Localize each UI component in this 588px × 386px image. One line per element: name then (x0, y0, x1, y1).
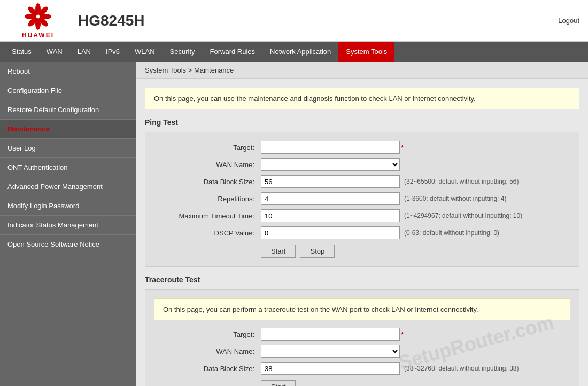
logo-area: HUAWEI (9, 3, 67, 39)
ping-test-section: Ping Test Target: * WAN Name: (145, 118, 579, 267)
traceroute-btn-row: Start (154, 380, 570, 386)
traceroute-blocksize-row: Data Block Size: (38~32768; default with… (154, 362, 570, 375)
sidebar-item-ont-authentication[interactable]: ONT Authentication (0, 158, 136, 177)
ping-wan-label: WAN Name: (154, 161, 261, 169)
sidebar-item-open-source[interactable]: Open Source Software Notice (0, 235, 136, 254)
huawei-logo-icon (24, 3, 52, 30)
ping-blocksize-row: Data Block Size: (32~65500; default with… (154, 175, 570, 188)
info-box: On this page, you can use the maintenanc… (145, 88, 579, 109)
sidebar-item-advanced-power[interactable]: Advanced Power Management (0, 177, 136, 196)
ping-repetitions-row: Repetitions: (1-3600; default without in… (154, 192, 570, 205)
device-name: HG8245H (78, 12, 558, 29)
nav-wan[interactable]: WAN (39, 42, 70, 62)
traceroute-info-box: On this page, you can perform a tracerou… (154, 298, 570, 320)
ping-dscp-input[interactable] (261, 226, 400, 239)
ping-wan-row: WAN Name: (154, 158, 570, 171)
traceroute-start-button[interactable]: Start (261, 380, 296, 386)
traceroute-blocksize-label: Data Block Size: (154, 365, 261, 373)
ping-timeout-row: Maximum Timeout Time: (1~4294967; defaul… (154, 209, 570, 222)
sidebar-item-indicator-status[interactable]: Indicator Status Management (0, 216, 136, 235)
nav-status[interactable]: Status (4, 42, 39, 62)
sidebar-item-restore-default[interactable]: Restore Default Configuration (0, 100, 136, 120)
traceroute-target-row: Target: * (154, 328, 570, 341)
ping-btn-row: Start Stop (154, 245, 570, 258)
ping-timeout-label: Maximum Timeout Time: (154, 212, 261, 220)
traceroute-target-label: Target: (154, 330, 261, 338)
sidebar-item-reboot[interactable]: Reboot (0, 62, 136, 81)
ping-wan-select[interactable] (261, 158, 400, 171)
ping-dscp-hint: (0-63; default without inputting: 0) (404, 229, 499, 237)
nav-security[interactable]: Security (163, 42, 203, 62)
navbar: Status WAN LAN IPv6 WLAN Security Forwar… (0, 42, 588, 62)
ping-test-form: Target: * WAN Name: Data Block Size: (145, 132, 579, 267)
ping-target-label: Target: (154, 144, 261, 152)
traceroute-blocksize-input[interactable] (261, 362, 400, 375)
ping-repetitions-hint: (1-3600; default without inputting: 4) (404, 195, 506, 202)
ping-timeout-input[interactable] (261, 209, 400, 222)
ping-start-button[interactable]: Start (261, 245, 296, 258)
logout-button[interactable]: Logout (558, 17, 579, 25)
traceroute-target-input[interactable] (261, 328, 400, 341)
traceroute-target-required: * (401, 330, 404, 338)
content-area: System Tools > Maintenance On this page,… (136, 62, 588, 386)
nav-ipv6[interactable]: IPv6 (98, 42, 127, 62)
topbar: HUAWEI HG8245H Logout (0, 0, 588, 42)
sidebar-item-configuration-file[interactable]: Configuration File (0, 81, 136, 100)
breadcrumb: System Tools > Maintenance (136, 62, 588, 79)
brand-name: HUAWEI (22, 31, 54, 39)
traceroute-test-title: Traceroute Test (145, 275, 579, 284)
ping-dscp-row: DSCP Value: (0-63; default without input… (154, 226, 570, 239)
ping-target-row: Target: * (154, 141, 570, 154)
sidebar-item-maintenance[interactable]: Maintenance (0, 120, 136, 139)
ping-dscp-label: DSCP Value: (154, 229, 261, 237)
sidebar-item-user-log[interactable]: User Log (0, 139, 136, 158)
nav-wlan[interactable]: WLAN (127, 42, 163, 62)
sidebar: Reboot Configuration File Restore Defaul… (0, 62, 136, 386)
ping-blocksize-label: Data Block Size: (154, 178, 261, 186)
ping-timeout-hint: (1~4294967; default without inputting: 1… (404, 212, 522, 219)
nav-lan[interactable]: LAN (70, 42, 98, 62)
ping-stop-button[interactable]: Stop (300, 245, 335, 258)
traceroute-blocksize-hint: (38~32768; default without inputting: 38… (404, 365, 519, 372)
traceroute-test-section: Traceroute Test On this page, you can pe… (145, 275, 579, 386)
ping-target-input[interactable] (261, 141, 400, 154)
ping-repetitions-input[interactable] (261, 192, 400, 205)
traceroute-wan-row: WAN Name: (154, 345, 570, 358)
ping-blocksize-input[interactable] (261, 175, 400, 188)
nav-network-application[interactable]: Network Application (262, 42, 338, 62)
nav-system-tools[interactable]: System Tools (338, 42, 394, 62)
ping-repetitions-label: Repetitions: (154, 195, 261, 203)
traceroute-wan-select[interactable] (261, 345, 400, 358)
ping-blocksize-hint: (32~65500; default without inputting: 56… (404, 178, 519, 185)
nav-forward-rules[interactable]: Forward Rules (203, 42, 263, 62)
sidebar-item-modify-login-password[interactable]: Modify Login Password (0, 196, 136, 216)
content-inner: On this page, you can use the maintenanc… (136, 79, 588, 386)
main-layout: Reboot Configuration File Restore Defaul… (0, 62, 588, 386)
traceroute-wan-label: WAN Name: (154, 348, 261, 356)
traceroute-test-form: On this page, you can perform a tracerou… (145, 289, 579, 386)
ping-target-required: * (401, 144, 404, 152)
ping-test-title: Ping Test (145, 118, 579, 127)
